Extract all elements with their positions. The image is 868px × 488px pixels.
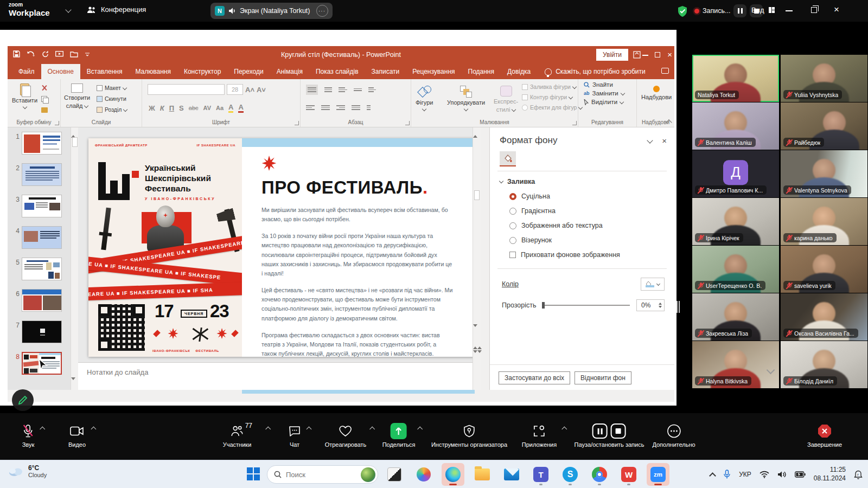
tab-file[interactable]: Файл [12,64,41,79]
participant-tile[interactable]: Д Дмитро Павлович К... [692,150,779,197]
record-pause-stop-button[interactable]: Пауза/остановить запись [575,423,644,448]
apps-options-chevron[interactable] [562,427,567,432]
layout-button[interactable]: Макет [97,85,127,91]
taskbar-app-mail[interactable] [500,463,523,486]
meeting-secure-shield-icon[interactable] [677,5,688,20]
taskbar-app-skype[interactable]: S [559,463,582,486]
language-switcher[interactable]: УКР [739,471,751,478]
audio-button[interactable]: Звук [22,423,35,448]
notes-pane[interactable]: Нотатки до слайда [78,362,473,390]
thumbnail-row[interactable]: 2 [10,163,62,186]
pause-recording-button[interactable] [733,4,746,17]
meeting-info[interactable]: Конференция [87,5,146,14]
transparency-value-spinner[interactable]: 0% [636,299,665,311]
clock[interactable]: 11:25 08.11.2024 [814,466,846,483]
comments-feedback-icon[interactable] [661,68,669,74]
tab-record[interactable]: Записати [365,64,406,79]
thumbnail-scrollbar[interactable] [71,127,78,390]
tab-animations[interactable]: Анімація [270,64,309,79]
more-button[interactable]: Дополнительно [652,423,695,448]
tab-draw[interactable]: Малювання [129,64,177,79]
bullets-button[interactable] [306,85,318,95]
ppt-maximize-button[interactable] [655,52,660,57]
thumbnail-row[interactable]: 8 [10,352,62,375]
ribbon-display-options-icon[interactable] [633,51,641,59]
end-meeting-button[interactable]: Завершение [807,423,842,448]
current-slide-canvas[interactable]: ФРАНКІВСЬКИЙ ДРАМТЕАТР IF SHAKESPEARE UA… [88,138,475,357]
fill-option-picture[interactable]: Зображення або текстура [509,222,674,229]
slide-3-thumbnail[interactable] [22,195,62,217]
share-tab-more-icon[interactable]: ··· [316,5,328,17]
spinner-arrows-icon[interactable] [659,303,664,308]
decrease-indent-icon[interactable] [339,86,347,93]
italic-button[interactable]: К [160,104,164,112]
thumbnail-row[interactable]: 4 [10,226,62,249]
clipboard-dialog-launcher[interactable] [55,121,59,125]
align-right-icon[interactable] [336,104,345,111]
thumbnail-row[interactable]: 7 [10,320,62,343]
volume-icon[interactable] [777,471,787,478]
start-button[interactable] [247,467,260,480]
slide-5-thumbnail[interactable] [22,258,62,280]
taskbar-search[interactable] [267,465,378,484]
view-menu[interactable]: Вид [751,6,775,14]
more-participants-chevron[interactable] [758,364,782,378]
ppt-signin-button[interactable]: Увійти [596,49,628,61]
slide-8-thumbnail-selected[interactable] [22,352,62,375]
thumbnail-row[interactable]: 3 [10,195,62,217]
fill-section-header[interactable]: Заливка [500,178,674,185]
copy-icon[interactable] [41,96,48,102]
replace-button[interactable]: ab Замінити [584,90,636,97]
shared-screen-tab[interactable]: N Экран (Nataliya Torkut) ··· [210,3,333,19]
arrange-button[interactable]: Упорядкувати [447,86,485,111]
reactions-button[interactable]: Отреагировать [325,423,367,448]
participant-tile[interactable]: Ірина Кірічек [692,198,779,245]
participants-button[interactable]: 77 Участники [223,423,252,448]
slide-4-thumbnail[interactable] [22,226,62,249]
thumbnail-row[interactable]: 5 [10,258,62,280]
slide-2-thumbnail[interactable] [22,163,62,186]
tab-review[interactable]: Рецензування [406,64,461,79]
participant-tile[interactable]: Райбедюк [781,102,867,150]
taskbar-app-chrome[interactable] [588,463,611,486]
font-name-combobox[interactable] [148,84,225,95]
font-size-combobox[interactable]: 28 [227,84,243,95]
fill-option-pattern[interactable]: Візерунок [509,236,674,244]
strikethrough-button[interactable]: abc [189,105,199,111]
align-center-icon[interactable] [321,104,330,111]
apply-to-all-button[interactable]: Застосувати до всіх [499,371,570,384]
new-slide-button[interactable]: Створити слайд [64,84,90,109]
shape-fill-button[interactable]: Заливка фігури [522,84,582,90]
thumbnail-row[interactable]: 6 [10,289,62,312]
select-button[interactable]: Виділити [584,99,636,105]
zoom-annotate-button[interactable] [12,389,34,411]
reset-background-button[interactable]: Відновити фон [575,371,631,384]
format-painter-icon[interactable] [41,107,48,113]
drawing-dialog-launcher[interactable] [572,121,577,125]
reset-button[interactable]: Скинути [97,95,127,102]
chat-button[interactable]: Чат [288,423,301,448]
taskbar-app-explorer[interactable] [471,463,494,486]
host-tools-button[interactable]: Инструменты организатора [431,423,507,448]
align-left-icon[interactable] [306,104,315,111]
shape-outline-button[interactable]: Контур фігури [522,94,582,100]
text-shadow-button[interactable]: S [179,104,184,112]
tab-view[interactable]: Подання [462,64,501,79]
line-spacing-icon[interactable] [354,87,362,92]
font-dialog-launcher[interactable] [295,121,299,125]
tray-overflow-chevron[interactable] [709,472,716,479]
cut-icon[interactable] [41,85,48,91]
slide-6-thumbnail[interactable] [22,289,62,312]
taskbar-app-edge[interactable] [442,463,464,486]
wifi-icon[interactable] [760,471,769,478]
gallery-resize-handle[interactable] [676,301,681,313]
change-case-button[interactable]: Aa [216,105,224,111]
notifications-bell-icon[interactable]: z [854,470,863,479]
participant-tile[interactable]: Оксана Василівна Га... [781,293,867,341]
tab-transitions[interactable]: Переходи [227,64,270,79]
ppt-minimize-button[interactable] [642,55,648,56]
hide-background-checkbox[interactable]: Приховати фонове зображення [509,251,674,259]
fill-tab-button[interactable] [500,151,516,166]
panel-collapse-icon[interactable] [647,137,653,143]
paste-button[interactable]: Вставити [12,84,37,108]
